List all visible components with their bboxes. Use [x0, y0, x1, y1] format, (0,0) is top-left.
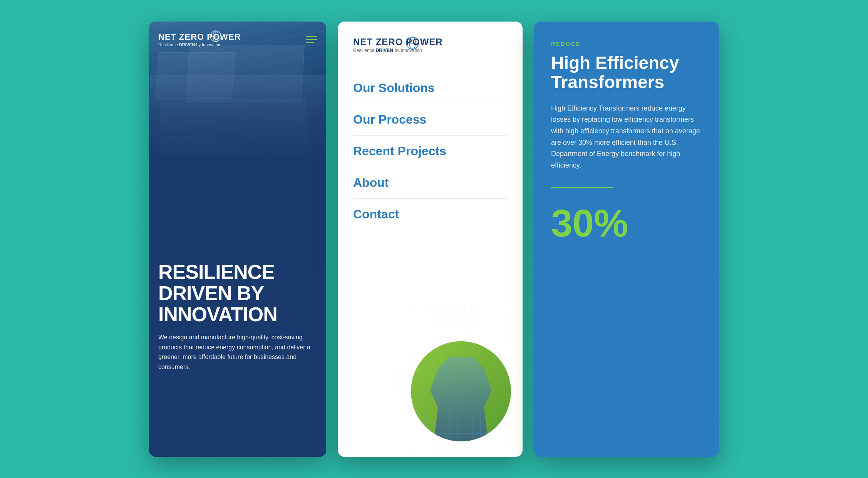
screen1-hero-content: RESILIENCEDRIVEN BYINNOVATION We design … — [149, 252, 326, 456]
screen2-logo-tagline: Resilience DRIVEN by Innovation — [353, 48, 507, 53]
hamburger-line-3 — [306, 42, 314, 43]
screen2-decoration — [392, 303, 523, 457]
nav-item-process[interactable]: Our Process — [353, 104, 507, 136]
screen1-hero-title: RESILIENCEDRIVEN BYINNOVATION — [158, 262, 317, 325]
screen2-header: NET ZERO POWER Resilience DRIVEN by Inno… — [338, 22, 523, 65]
screen2-navigation: Our Solutions Our Process Recent Project… — [338, 65, 523, 238]
hamburger-menu-button[interactable] — [306, 36, 317, 43]
nav-item-recent-projects[interactable]: Recent Projects — [353, 136, 507, 167]
screen-1-header: NET ZERO POWER Resilience DRIVEN by Inno… — [149, 22, 326, 53]
grid-texture — [411, 411, 511, 441]
nav-item-contact[interactable]: Contact — [353, 199, 507, 230]
screen3-percentage: 30% — [551, 204, 702, 242]
screen-1-mobile: NET ZERO POWER Resilience DRIVEN by Inno… — [149, 22, 326, 457]
nav-item-solutions[interactable]: Our Solutions — [353, 72, 507, 104]
screen3-title: High EfficiencyTransformers — [551, 53, 702, 92]
green-circle-decoration — [411, 341, 511, 441]
screen1-logo-text: NET ZERO POWER — [158, 32, 241, 42]
screen2-logo-text: NET ZERO POWER — [353, 37, 507, 47]
screen3-category-label: REDUCE — [551, 41, 702, 47]
screen3-description: High Efficiency Transformers reduce ener… — [551, 103, 702, 171]
svg-point-9 — [412, 48, 413, 49]
globe-icon — [209, 29, 223, 43]
screen3-divider — [551, 187, 613, 188]
screen1-hero-description: We design and manufacture high-quality, … — [158, 332, 312, 372]
screen1-logo-tagline: Resilience DRIVEN by Innovation — [158, 42, 241, 47]
screen-2-mobile: NET ZERO POWER Resilience DRIVEN by Inno… — [338, 22, 523, 457]
screen3-content: REDUCE High EfficiencyTransformers High … — [534, 22, 719, 258]
hamburger-line-2 — [306, 39, 317, 40]
nav-item-about[interactable]: About — [353, 167, 507, 199]
hamburger-line-1 — [306, 36, 317, 37]
screen-3-mobile: REDUCE High EfficiencyTransformers High … — [534, 22, 719, 457]
svg-point-4 — [215, 35, 216, 37]
screen1-logo: NET ZERO POWER Resilience DRIVEN by Inno… — [158, 32, 241, 47]
